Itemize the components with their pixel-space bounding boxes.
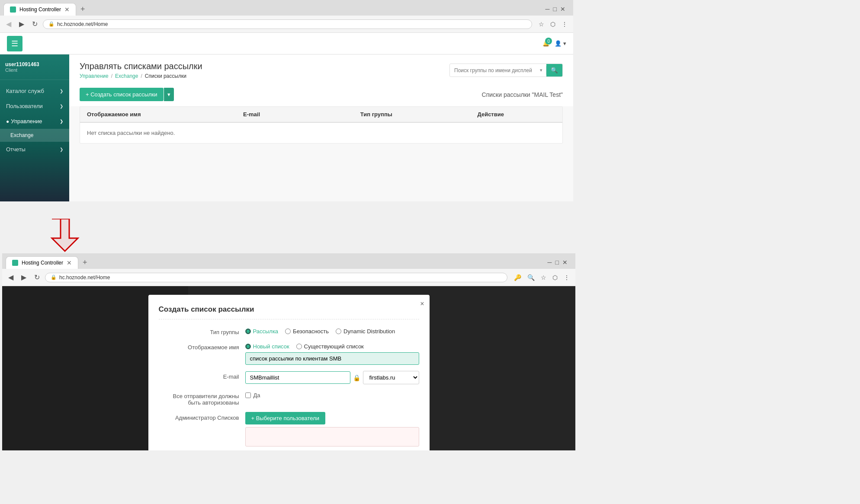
lock-icon-bottom: 🔒 — [51, 274, 57, 280]
admin-users-textarea[interactable] — [245, 427, 419, 447]
email-label: E-mail — [159, 371, 245, 380]
col-action: Действие — [478, 111, 556, 118]
search-area: ▾ 🔍 — [449, 64, 563, 77]
form-row-group-type: Тип группы Рассылка Безопасность — [159, 326, 419, 335]
form-row-display-name: Отображаемое имя Новый список Существующ… — [159, 341, 419, 365]
app-header: ☰ 🔔 0 👤 ▾ — [0, 33, 573, 54]
sidebar-label-management: Управление — [11, 118, 60, 124]
search-submit-btn[interactable]: 🔍 — [546, 64, 562, 77]
chevron-reports: ❯ — [60, 147, 63, 152]
tab-min-btn-2[interactable]: ─ — [548, 259, 552, 266]
group-type-option-security[interactable]: Безопасность — [285, 328, 329, 335]
extensions-btn-2[interactable]: ⬡ — [550, 273, 560, 282]
active-tab-top[interactable]: Hosting Controller ✕ — [3, 3, 76, 16]
bookmark-btn[interactable]: ☆ — [536, 20, 546, 29]
back-btn-top[interactable]: ◀ — [3, 19, 14, 29]
sidebar-sublabel-exchange: Exchange — [10, 132, 33, 138]
sidebar-item-management[interactable]: ● Управление ❯ — [0, 114, 69, 129]
notif-count: 0 — [545, 38, 552, 45]
display-name-field: Новый список Существующий список — [245, 341, 419, 365]
table-container: Отображаемое имя E-mail Тип группы Дейст… — [80, 106, 563, 144]
sidebar: user11091463 Client Каталог служб ❯ Поль… — [0, 54, 69, 201]
menu-btn[interactable]: ⋮ — [559, 20, 570, 29]
tab-restore-btn[interactable]: □ — [553, 6, 557, 13]
sidebar-item-users[interactable]: Пользователи ❯ — [0, 99, 69, 114]
sidebar-role: Client — [5, 67, 64, 73]
main-content: Управлять списками рассылки Управление /… — [69, 54, 573, 201]
notification-bell[interactable]: 🔔 0 — [542, 40, 549, 47]
browser-bottom: Hosting Controller ✕ + ─ □ ✕ ◀ ▶ ↻ 🔒 hc.… — [2, 253, 575, 450]
svg-marker-1 — [52, 219, 78, 251]
new-tab-btn-bottom[interactable]: + — [80, 258, 90, 267]
back-btn-bottom[interactable]: ◀ — [6, 272, 16, 282]
email-domain-select[interactable]: firstlabs.ru — [363, 371, 419, 384]
management-icon: ● — [6, 118, 9, 124]
group-type-option-dynamic[interactable]: Dynamic Distribution — [336, 328, 395, 335]
address-bar-top[interactable]: 🔒 hc.hoznode.net/Home — [43, 19, 532, 29]
group-type-option-rassylka[interactable]: Рассылка — [245, 328, 279, 335]
tab-close-bottom[interactable]: ✕ — [67, 259, 72, 266]
sidebar-nav: Каталог служб ❯ Пользователи ❯ ● Управле… — [0, 83, 69, 157]
tab-bar-top: Hosting Controller ✕ + ─ □ ✕ — [0, 0, 573, 16]
create-list-btn[interactable]: + Создать список рассылки — [80, 88, 164, 101]
url-bottom: hc.hoznode.net/Home — [59, 274, 110, 281]
group-type-label: Тип группы — [159, 326, 245, 335]
email-input[interactable] — [245, 371, 350, 384]
search-input[interactable] — [450, 65, 536, 76]
tab-restore-btn-2[interactable]: □ — [555, 259, 559, 266]
sidebar-label-catalog: Каталог служб — [6, 88, 44, 94]
sidebar-username: user11091463 — [5, 61, 64, 67]
all-senders-checkbox-label: Да — [254, 392, 260, 399]
all-senders-checkbox[interactable] — [245, 392, 251, 398]
sidebar-item-reports[interactable]: Отчеты ❯ — [0, 142, 69, 157]
tab-min-btn[interactable]: ─ — [546, 6, 550, 13]
active-tab-bottom[interactable]: Hosting Controller ✕ — [6, 256, 78, 269]
address-bar-bottom[interactable]: 🔒 hc.hoznode.net/Home — [45, 273, 507, 282]
display-name-option-existing[interactable]: Существующий список — [296, 343, 364, 350]
create-list-dropdown-btn[interactable]: ▾ — [164, 88, 174, 101]
sidebar-submenu: Exchange — [0, 129, 69, 142]
hamburger-btn[interactable]: ☰ — [7, 36, 22, 51]
menu-btn-2[interactable]: ⋮ — [562, 273, 572, 282]
reload-btn-top[interactable]: ↻ — [29, 19, 40, 29]
breadcrumb-sep2: / — [141, 73, 142, 79]
extensions-btn[interactable]: ⬡ — [548, 20, 558, 29]
sidebar-subitem-exchange[interactable]: Exchange — [0, 129, 69, 142]
bookmark-btn-2[interactable]: ☆ — [539, 273, 549, 282]
display-name-label: Отображаемое имя — [159, 341, 245, 351]
modal-close-btn[interactable]: × — [420, 300, 424, 308]
breadcrumb-management[interactable]: Управление — [80, 73, 109, 79]
toolbar: + Создать список рассылки ▾ Списки рассы… — [69, 83, 573, 106]
user-menu-chevron: ▾ — [563, 40, 566, 47]
forward-btn-top[interactable]: ▶ — [16, 19, 27, 29]
select-users-btn[interactable]: + Выберите пользователи — [245, 412, 325, 424]
table-empty: Нет списка рассылки не найдено. — [80, 123, 562, 143]
tab-close-top[interactable]: ✕ — [64, 6, 70, 13]
display-name-option-new[interactable]: Новый список — [245, 343, 289, 350]
admin-list-field: + Выберите пользователи — [245, 412, 419, 448]
user-menu-btn[interactable]: 👤 ▾ — [555, 40, 566, 47]
sidebar-item-catalog[interactable]: Каталог служб ❯ — [0, 83, 69, 99]
zoom-btn[interactable]: 🔍 — [525, 273, 537, 282]
key-icon-btn[interactable]: 🔑 — [512, 273, 523, 282]
modal-overlay: Создать список рассылки × Тип группы Рас… — [2, 286, 575, 450]
display-name-input[interactable] — [245, 352, 419, 365]
tab-close-window-btn-2[interactable]: ✕ — [562, 259, 568, 266]
tab-favicon-top — [10, 6, 16, 13]
arrow-down-section — [43, 219, 860, 253]
modal-title: Создать список рассылки — [159, 305, 419, 319]
content-header: Управлять списками рассылки Управление /… — [69, 54, 573, 83]
chevron-management: ❯ — [60, 119, 63, 124]
user-icon: 👤 — [555, 40, 562, 47]
new-tab-btn-top[interactable]: + — [78, 5, 88, 14]
breadcrumb: Управление / Exchange / Списки рассылки — [80, 73, 202, 79]
forward-btn-bottom[interactable]: ▶ — [19, 272, 29, 282]
form-row-email: E-mail 🔒 firstlabs.ru — [159, 371, 419, 384]
tab-close-window-btn[interactable]: ✕ — [560, 6, 565, 13]
sidebar-label-users: Пользователи — [6, 103, 43, 109]
browser-body-bottom: Создать список рассылки × Тип группы Рас… — [2, 286, 575, 450]
nav-bar-top: ◀ ▶ ↻ 🔒 hc.hoznode.net/Home ☆ ⬡ ⋮ — [0, 16, 573, 33]
breadcrumb-exchange[interactable]: Exchange — [115, 73, 138, 79]
page-title: Управлять списками рассылки — [80, 61, 202, 71]
reload-btn-bottom[interactable]: ↻ — [32, 272, 42, 282]
